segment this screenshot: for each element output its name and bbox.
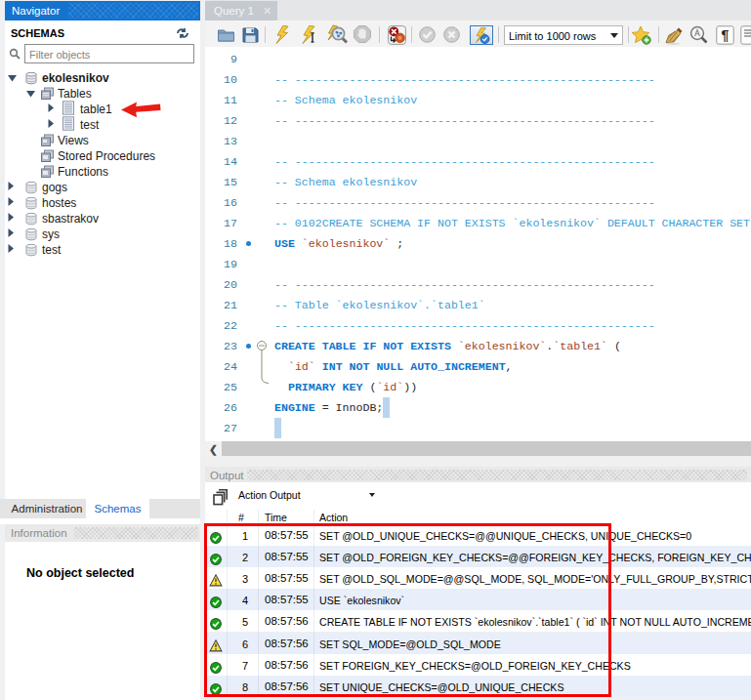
svg-text:¶: ¶ <box>722 27 730 43</box>
